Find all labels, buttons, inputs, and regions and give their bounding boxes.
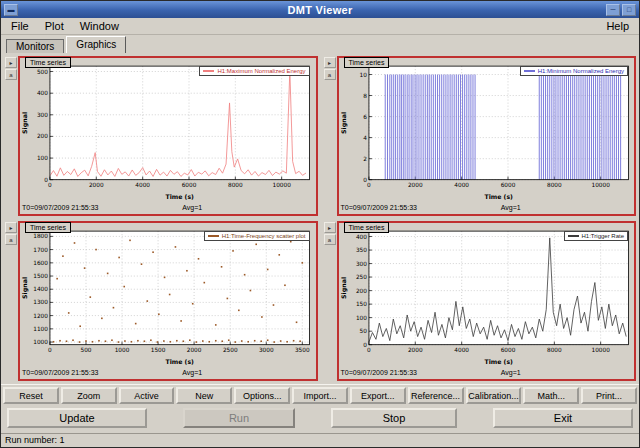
svg-text:0: 0 [48, 347, 52, 353]
t0-timestamp: T0=09/07/2009 21:55:33 [22, 204, 98, 211]
svg-text:10000: 10000 [272, 182, 291, 188]
svg-text:1800: 1800 [33, 233, 48, 239]
minimize-button[interactable]: ─ [606, 4, 620, 16]
exit-button[interactable]: Exit [493, 408, 633, 428]
tab-graphics[interactable]: Graphics [66, 36, 126, 53]
svg-text:300: 300 [355, 261, 366, 267]
update-button[interactable]: Update [7, 408, 147, 428]
svg-text:8000: 8000 [228, 182, 243, 188]
svg-text:6000: 6000 [500, 182, 515, 188]
svg-text:10000: 10000 [591, 347, 610, 353]
svg-text:Time (s): Time (s) [484, 358, 513, 365]
export-button[interactable]: Export... [350, 387, 406, 404]
pane-expand-button[interactable]: ▸ [324, 57, 336, 68]
svg-text:100: 100 [37, 155, 48, 161]
triangle-right-icon: ▸ [9, 60, 12, 66]
panel-tab-time-series: Time series [25, 57, 71, 68]
pane-expand-button[interactable]: ▸ [324, 222, 336, 233]
svg-text:2000: 2000 [407, 347, 422, 353]
svg-text:150: 150 [355, 301, 366, 307]
svg-text:3500: 3500 [295, 347, 310, 353]
menu-file[interactable]: File [3, 19, 37, 33]
svg-text:Signal: Signal [340, 277, 348, 299]
pane-expand-button[interactable]: ▸ [5, 222, 17, 233]
chart-legend: H1:Trigger Rate [564, 231, 628, 241]
run-button[interactable]: Run [183, 408, 295, 428]
pane-auto-scale-button[interactable]: a [324, 234, 336, 245]
panel-footer: T0=09/07/2009 21:55:33 Avg=1 [341, 367, 633, 379]
svg-text:6: 6 [363, 114, 367, 120]
legend-line-swatch [524, 70, 535, 72]
svg-text:1000: 1000 [33, 339, 48, 345]
pane-auto-scale-button[interactable]: a [324, 69, 336, 80]
menu-help[interactable]: Help [598, 19, 637, 33]
pane-auto-scale-button[interactable]: a [5, 234, 17, 245]
stop-button[interactable]: Stop [331, 408, 457, 428]
svg-text:400: 400 [37, 90, 48, 96]
plot-panel-bottom-right: ▸ a Time series 020004000600080001000005… [323, 221, 637, 381]
plot-panel-top-left: ▸ a Time series 020004000600080001000001… [4, 56, 318, 216]
svg-text:8000: 8000 [546, 347, 561, 353]
auto-scale-icon: a [9, 237, 12, 243]
titlebar: ▬ DMT Viewer ─ □ [1, 1, 639, 18]
math-button[interactable]: Math... [523, 387, 579, 404]
legend-line-swatch [203, 70, 214, 72]
pane-controls: ▸ a [323, 221, 337, 381]
chart-canvas[interactable]: 02000400060008000100000246810Time (s)Sig… [339, 58, 635, 202]
panel-tab-time-series: Time series [344, 57, 390, 68]
svg-text:1300: 1300 [33, 299, 48, 305]
svg-text:8: 8 [363, 93, 367, 99]
auto-scale-icon: a [328, 72, 331, 78]
chart-canvas[interactable]: 0500100015002000250030003500100011001200… [20, 223, 316, 367]
reset-button[interactable]: Reset [3, 387, 59, 404]
svg-text:350: 350 [355, 247, 366, 253]
window-menu-icon: ▬ [8, 6, 15, 13]
svg-text:1100: 1100 [33, 326, 48, 332]
new-button[interactable]: New [176, 387, 232, 404]
svg-text:0: 0 [363, 177, 367, 183]
svg-text:Signal: Signal [340, 112, 348, 134]
plot-area: Time series 0200040006000800010000024681… [337, 56, 637, 216]
run-number-text: Run number: 1 [5, 435, 65, 445]
svg-text:6000: 6000 [500, 347, 515, 353]
options-button[interactable]: Options... [234, 387, 290, 404]
avg-label: Avg=1 [182, 367, 202, 378]
calibration-button[interactable]: Calibration... [466, 387, 522, 404]
svg-text:Signal: Signal [21, 277, 29, 299]
auto-scale-icon: a [9, 72, 12, 78]
status-bar: Run number: 1 [1, 433, 639, 447]
svg-text:2: 2 [363, 156, 367, 162]
zoom-button[interactable]: Zoom [61, 387, 117, 404]
maximize-button[interactable]: □ [622, 4, 636, 16]
import-button[interactable]: Import... [292, 387, 348, 404]
plot-area: Time series 0200040006000800010000050100… [337, 221, 637, 381]
reference-button[interactable]: Reference... [408, 387, 464, 404]
avg-label: Avg=1 [501, 202, 521, 213]
triangle-right-icon: ▸ [9, 225, 12, 231]
pane-controls: ▸ a [4, 221, 18, 381]
legend-line-swatch [208, 235, 219, 237]
active-button[interactable]: Active [119, 387, 175, 404]
t0-timestamp: T0=09/07/2009 21:55:33 [341, 204, 417, 211]
menu-window[interactable]: Window [72, 19, 127, 33]
triangle-right-icon: ▸ [328, 60, 331, 66]
menu-plot[interactable]: Plot [37, 19, 72, 33]
minimize-icon: ─ [611, 6, 616, 13]
tab-monitors[interactable]: Monitors [6, 39, 64, 53]
chart-canvas[interactable]: 02000400060008000100000100200300400500Ti… [20, 58, 316, 202]
chart-canvas[interactable]: 0200040006000800010000050100150200250300… [339, 223, 635, 367]
svg-text:4000: 4000 [454, 347, 469, 353]
menubar: File Plot Window Help [1, 18, 639, 35]
pane-expand-button[interactable]: ▸ [5, 57, 17, 68]
window-menu-button[interactable]: ▬ [4, 4, 18, 16]
svg-text:Time (s): Time (s) [484, 193, 513, 200]
svg-text:1200: 1200 [33, 313, 48, 319]
print-button[interactable]: Print... [581, 387, 637, 404]
pane-auto-scale-button[interactable]: a [5, 69, 17, 80]
svg-text:1600: 1600 [33, 260, 48, 266]
svg-text:Time (s): Time (s) [166, 358, 195, 365]
svg-text:400: 400 [355, 233, 366, 239]
svg-text:4000: 4000 [454, 182, 469, 188]
chart-legend: H1:Time-Frequency scatter plot [204, 231, 310, 241]
maximize-icon: □ [627, 6, 631, 13]
